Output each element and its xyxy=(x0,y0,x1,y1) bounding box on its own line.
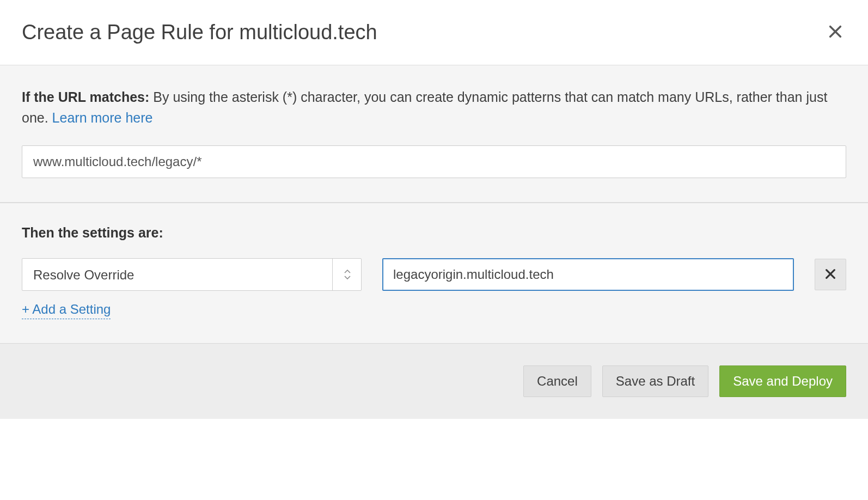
setting-value-wrapper xyxy=(382,258,794,291)
remove-setting-button[interactable] xyxy=(815,259,846,290)
save-draft-button[interactable]: Save as Draft xyxy=(602,365,708,397)
page-rule-modal: Create a Page Rule for multicloud.tech I… xyxy=(0,0,868,419)
setting-select-wrapper: Resolve Override xyxy=(22,258,362,291)
modal-title: Create a Page Rule for multicloud.tech xyxy=(22,21,377,44)
url-pattern-input[interactable] xyxy=(22,145,846,178)
settings-section: Then the settings are: Resolve Override xyxy=(0,203,868,343)
cancel-button[interactable]: Cancel xyxy=(523,365,591,397)
setting-value-input[interactable] xyxy=(382,258,794,291)
save-deploy-button[interactable]: Save and Deploy xyxy=(719,365,846,397)
setting-row: Resolve Override xyxy=(22,258,846,291)
remove-icon xyxy=(824,268,836,282)
close-icon xyxy=(828,24,843,41)
add-setting-link[interactable]: + Add a Setting xyxy=(22,302,111,319)
settings-heading: Then the settings are: xyxy=(22,225,846,241)
setting-type-select[interactable]: Resolve Override xyxy=(22,258,362,291)
url-match-label: If the URL matches: xyxy=(22,89,149,105)
modal-header: Create a Page Rule for multicloud.tech xyxy=(0,0,868,65)
learn-more-link[interactable]: Learn more here xyxy=(52,110,153,125)
close-button[interactable] xyxy=(824,21,846,44)
url-match-description: If the URL matches: By using the asteris… xyxy=(22,87,846,128)
modal-footer: Cancel Save as Draft Save and Deploy xyxy=(0,343,868,419)
url-match-section: If the URL matches: By using the asteris… xyxy=(0,65,868,203)
